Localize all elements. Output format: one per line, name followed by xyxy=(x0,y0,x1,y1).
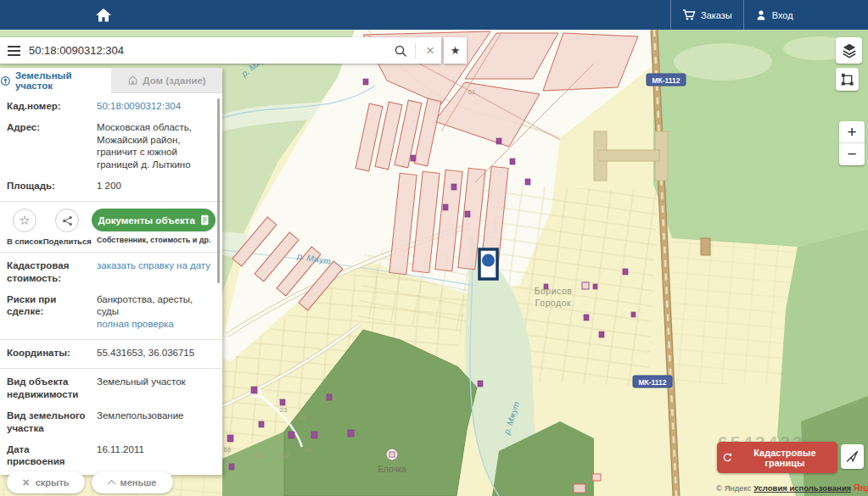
action-row: ☆ В список Поделиться Документы объекта xyxy=(0,209,222,247)
field-object-kind: Вид объекта недвижимости Земельный участ… xyxy=(0,376,222,400)
terms-of-use-link[interactable]: Условия использования xyxy=(753,483,851,493)
divider xyxy=(0,368,222,369)
docs-subtitle: Собственник, стоимость и др. xyxy=(97,236,211,245)
hide-panel-button[interactable]: × скрыть xyxy=(7,471,85,493)
panel-body: Кад.номер: 50:18:0090312:304 Адрес: Моск… xyxy=(0,93,222,475)
divider xyxy=(0,252,222,253)
field-address: Адрес: Московская область, Можайский рай… xyxy=(0,121,222,170)
svg-text:29: 29 xyxy=(300,414,307,421)
send-arrow-icon xyxy=(845,449,860,464)
menu-button[interactable] xyxy=(0,42,27,59)
svg-text:61: 61 xyxy=(468,88,476,96)
svg-text:Елочка: Елочка xyxy=(378,465,406,474)
road-badge-bottom: МК-1112 xyxy=(633,376,672,387)
add-to-list-button[interactable]: ☆ В список xyxy=(7,209,42,247)
field-cad-number: Кад.номер: 50:18:0090312:304 xyxy=(0,100,222,112)
copyright-label: © Яндекс xyxy=(716,483,752,493)
cart-icon xyxy=(682,8,696,21)
field-deal-risks: Риски при сделке: банкротства, аресты, с… xyxy=(0,293,222,330)
orders-label: Заказы xyxy=(701,10,732,20)
clear-search-button[interactable]: × xyxy=(419,43,441,58)
object-info-panel: Земельный участок Дом (здание) Кад.номер… xyxy=(0,68,222,475)
zoom-in-button[interactable]: + xyxy=(839,121,865,143)
panel-scrollbar[interactable] xyxy=(217,98,220,283)
share-icon xyxy=(62,215,73,226)
divider xyxy=(0,201,222,202)
field-coordinates: Координаты: 55.431653, 36.036715 xyxy=(0,347,222,359)
close-icon: × xyxy=(426,43,434,58)
orders-button[interactable]: Заказы xyxy=(670,0,743,30)
measure-area-button[interactable] xyxy=(836,68,859,91)
map-attribution: © Яндекс Условия использования Яндекс xyxy=(716,482,868,493)
zoom-out-button[interactable]: − xyxy=(839,143,865,165)
map-layers-button[interactable] xyxy=(836,37,862,64)
refresh-icon xyxy=(722,452,732,463)
svg-text:64: 64 xyxy=(255,452,263,460)
chevron-up-icon xyxy=(107,479,115,488)
selected-plot-marker[interactable] xyxy=(479,249,497,279)
cadastral-map-app: 61 23 29 66 64 62 60 р. Мжут р. Мжут р. … xyxy=(0,0,868,496)
svg-text:Борисов: Борисов xyxy=(535,286,573,296)
layers-icon xyxy=(842,42,857,59)
star-icon: ★ xyxy=(451,44,461,57)
search-bar: × xyxy=(0,37,441,64)
login-label: Вход xyxy=(772,10,793,20)
svg-text:МК-1112: МК-1112 xyxy=(652,76,680,85)
search-button[interactable] xyxy=(389,44,412,58)
svg-text:23: 23 xyxy=(280,406,288,414)
full-check-link[interactable]: полная проверка xyxy=(97,318,216,330)
svg-text:60: 60 xyxy=(305,446,313,454)
tab-land-plot-label: Земельный участок xyxy=(15,70,111,91)
search-input[interactable] xyxy=(27,43,389,58)
locate-button[interactable] xyxy=(841,444,864,469)
top-navbar: Заказы Вход xyxy=(0,0,868,30)
divider xyxy=(0,339,222,340)
home-button[interactable] xyxy=(85,0,122,30)
building-icon xyxy=(127,75,138,86)
yandex-logo[interactable]: Яндекс xyxy=(854,482,868,493)
svg-text:МК-1112: МК-1112 xyxy=(638,378,666,387)
risk-value: банкротства, аресты, суды xyxy=(97,293,216,318)
svg-text:62: 62 xyxy=(283,452,290,460)
tab-land-plot[interactable]: Земельный участок xyxy=(0,68,111,93)
search-icon xyxy=(394,44,407,58)
star-outline-icon: ☆ xyxy=(19,213,30,229)
svg-text:66: 66 xyxy=(224,446,232,454)
cost-report-link[interactable]: заказать справку на дату xyxy=(97,259,216,284)
field-assignment-date: Дата присвоения 16.11.2011 xyxy=(0,443,222,468)
cad-number-link[interactable]: 50:18:0090312:304 xyxy=(97,100,216,112)
share-button[interactable]: Поделиться xyxy=(46,209,88,247)
favorite-button[interactable]: ★ xyxy=(444,37,467,64)
cadastral-borders-button[interactable]: Кадастровые границы xyxy=(717,442,837,473)
login-button[interactable]: Вход xyxy=(743,0,804,30)
document-icon xyxy=(200,215,210,226)
panel-tabs: Земельный участок Дом (здание) xyxy=(0,68,222,93)
field-area: Площадь: 1 200 xyxy=(0,180,222,192)
close-icon: × xyxy=(22,476,29,489)
collapse-panel-button[interactable]: меньше xyxy=(92,471,173,493)
address-value: Московская область, Можайский район, гра… xyxy=(97,121,216,170)
tab-house-label: Дом (здание) xyxy=(143,75,205,86)
road-badge-top: МК-1112 xyxy=(647,74,686,86)
field-plot-kind: Вид земельного участка Землепользование xyxy=(0,410,222,434)
area-select-icon xyxy=(840,72,854,86)
user-icon xyxy=(755,9,767,21)
object-documents-button[interactable]: Документы объекта xyxy=(92,209,216,231)
coordinates-value: 55.431653, 36.036715 xyxy=(97,347,216,359)
pin-icon xyxy=(0,75,11,86)
tab-house[interactable]: Дом (здание) xyxy=(111,68,222,93)
search-divider xyxy=(415,43,416,59)
home-icon xyxy=(94,7,113,24)
field-cadastral-cost: Кадастровая стоимость: заказать справку … xyxy=(0,259,222,284)
svg-text:Городок: Городок xyxy=(535,298,571,308)
area-value: 1 200 xyxy=(97,180,216,192)
